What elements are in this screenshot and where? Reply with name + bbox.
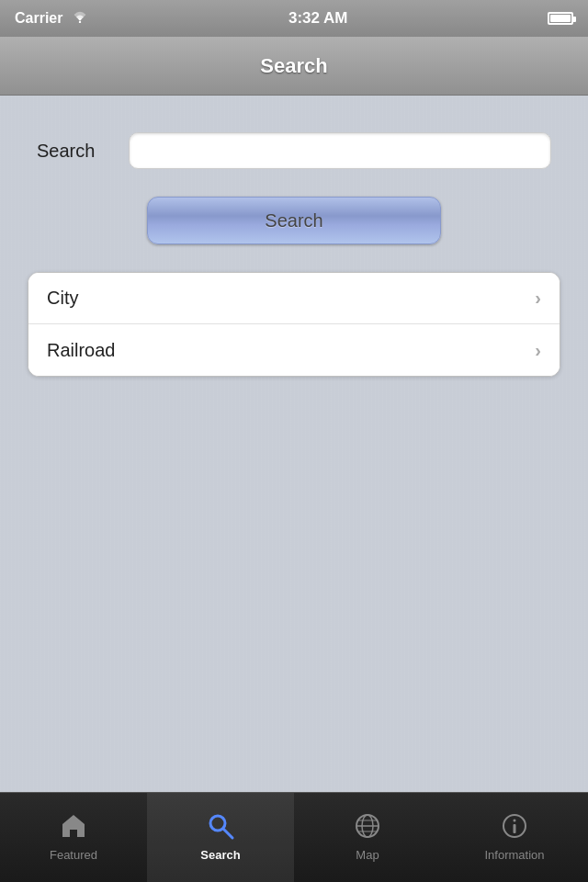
wifi-icon [72,10,88,27]
main-content: Search Search City › Railroad › [0,96,588,792]
search-button-container: Search [28,197,560,244]
tab-search-label: Search [200,848,240,862]
tab-map[interactable]: Map [294,793,441,882]
list-item-city[interactable]: City › [28,273,560,324]
search-button[interactable]: Search [147,197,441,244]
svg-point-0 [79,21,81,23]
list-item-railroad[interactable]: Railroad › [28,324,560,376]
svg-line-3 [223,829,232,838]
search-input[interactable] [129,132,551,169]
tab-information-label: Information [484,848,544,862]
status-left: Carrier [15,10,88,27]
tab-information[interactable]: Information [441,793,588,882]
tab-featured-label: Featured [50,848,97,862]
battery-icon [548,12,573,25]
railroad-label: Railroad [47,340,115,361]
tab-featured[interactable]: Featured [0,793,147,882]
tab-map-label: Map [356,848,379,862]
chevron-icon-city: › [535,288,541,309]
home-icon [57,809,90,842]
svg-rect-11 [514,824,516,833]
page-title: Search [260,54,327,78]
info-icon [498,809,531,842]
tab-bar: Featured Search Map [0,792,588,882]
search-row: Search [28,132,560,169]
status-bar: Carrier 3:32 AM [0,0,588,37]
carrier-label: Carrier [15,10,62,27]
tab-search[interactable]: Search [147,793,294,882]
globe-icon [351,809,384,842]
search-label: Search [37,141,110,162]
search-tab-icon [204,809,237,842]
status-right [548,12,573,25]
chevron-icon-railroad: › [535,340,541,361]
list-container: City › Railroad › [28,272,560,377]
svg-point-10 [514,820,516,822]
status-time: 3:32 AM [288,9,348,28]
city-label: City [47,288,78,309]
nav-bar: Search [0,37,588,96]
